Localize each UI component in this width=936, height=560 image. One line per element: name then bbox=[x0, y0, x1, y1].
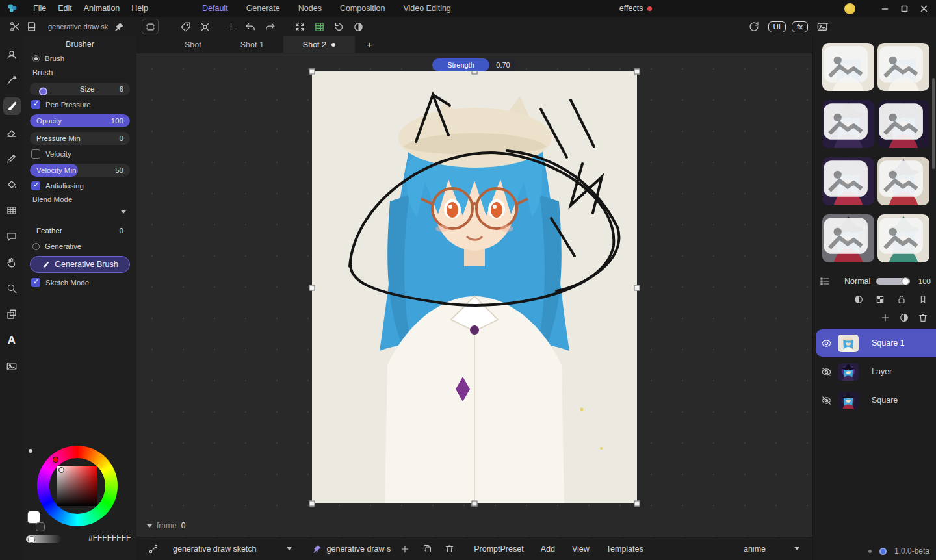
add-layer-icon[interactable] bbox=[879, 311, 892, 324]
add-node-icon[interactable] bbox=[222, 19, 239, 34]
velocity-min-slider[interactable]: Velocity Min 50 bbox=[30, 164, 130, 177]
image-frame-icon[interactable] bbox=[3, 357, 21, 375]
transform-handle[interactable] bbox=[309, 285, 315, 290]
crop-frame-button[interactable] bbox=[142, 19, 159, 34]
style-selector[interactable]: anime bbox=[744, 544, 800, 554]
fit-screen-icon[interactable] bbox=[291, 19, 308, 34]
fill-bucket-icon[interactable] bbox=[3, 175, 21, 193]
sync-icon[interactable] bbox=[746, 19, 762, 34]
grid-toggle-icon[interactable] bbox=[311, 19, 328, 34]
pen-pressure-checkbox[interactable] bbox=[31, 100, 40, 109]
user-avatar[interactable] bbox=[844, 3, 855, 14]
copy-icon[interactable] bbox=[419, 541, 435, 557]
delete-layer-icon[interactable] bbox=[916, 311, 930, 324]
transform-handle[interactable] bbox=[309, 69, 315, 75]
transform-handle[interactable] bbox=[634, 501, 640, 507]
speech-bubble-icon[interactable] bbox=[3, 227, 21, 245]
generated-thumbnail[interactable] bbox=[878, 214, 930, 262]
visibility-eye-off-icon[interactable] bbox=[818, 392, 834, 408]
size-slider[interactable]: Size 6 bbox=[30, 83, 130, 95]
zoom-icon[interactable] bbox=[3, 279, 21, 297]
bookmark-icon[interactable] bbox=[916, 293, 930, 306]
menu-edit[interactable]: Edit bbox=[52, 4, 78, 13]
mode-default[interactable]: Default bbox=[193, 4, 237, 13]
canvas-resize-icon[interactable] bbox=[3, 305, 21, 323]
sketch-preset-dropdown[interactable]: generative draw sketch bbox=[168, 542, 297, 555]
layer-row[interactable]: Square bbox=[816, 387, 936, 414]
feather-row[interactable]: Feather 0 bbox=[30, 224, 130, 237]
alpha-lock-icon[interactable] bbox=[874, 293, 887, 306]
velocity-checkbox[interactable] bbox=[31, 149, 40, 159]
pin-icon[interactable] bbox=[110, 19, 127, 34]
eraser-icon[interactable] bbox=[3, 123, 21, 141]
hex-color-value[interactable]: #FFFFFFFF bbox=[88, 533, 131, 542]
generated-thumbnail[interactable] bbox=[822, 100, 874, 148]
layer-row[interactable]: Layer bbox=[816, 358, 936, 385]
value-slider[interactable] bbox=[26, 535, 61, 543]
add-button[interactable]: Add bbox=[541, 544, 555, 554]
pencil-icon[interactable] bbox=[3, 149, 21, 167]
opacity-slider[interactable]: Opacity 100 bbox=[30, 114, 130, 127]
artwork-layer[interactable] bbox=[312, 71, 637, 503]
settings-gear-icon[interactable] bbox=[196, 19, 213, 34]
strength-slider[interactable]: Strength 0.70 bbox=[432, 58, 517, 71]
size-slider-knob[interactable] bbox=[39, 87, 47, 95]
layer-blend-mode[interactable]: Normal bbox=[837, 277, 871, 286]
generated-thumbnail[interactable] bbox=[878, 100, 930, 148]
lock-icon[interactable] bbox=[895, 293, 908, 306]
mode-nodes[interactable]: Nodes bbox=[289, 4, 331, 13]
tab-shot-2[interactable]: Shot 2 bbox=[283, 36, 355, 53]
mode-generate[interactable]: Generate bbox=[237, 4, 289, 13]
generated-thumbnail[interactable] bbox=[822, 157, 874, 205]
text-tool-icon[interactable]: A bbox=[3, 331, 21, 349]
undo-icon[interactable] bbox=[242, 19, 259, 34]
clipping-mask-icon[interactable] bbox=[852, 293, 865, 306]
scissors-icon[interactable] bbox=[6, 19, 23, 34]
layer-list-icon[interactable] bbox=[818, 275, 831, 288]
color-wheel[interactable] bbox=[37, 446, 118, 526]
adjustment-icon[interactable] bbox=[898, 311, 911, 324]
background-color-swatch[interactable] bbox=[36, 522, 45, 531]
ai-image-button[interactable] bbox=[814, 19, 831, 34]
antialiasing-checkbox[interactable] bbox=[31, 181, 40, 190]
transform-handle[interactable] bbox=[634, 285, 640, 290]
grid-table-icon[interactable] bbox=[3, 201, 21, 219]
sketch-mode-checkbox[interactable] bbox=[31, 278, 40, 287]
tag-icon[interactable] bbox=[177, 19, 194, 34]
curve-pen-icon[interactable] bbox=[3, 71, 21, 89]
timelapse-icon[interactable] bbox=[350, 19, 367, 34]
mode-composition[interactable]: Composition bbox=[331, 4, 394, 13]
redo-icon[interactable] bbox=[261, 19, 278, 34]
brush-radio-row[interactable]: Brush bbox=[32, 55, 127, 62]
foreground-color-swatch[interactable] bbox=[27, 511, 40, 524]
transform-handle[interactable] bbox=[309, 501, 315, 507]
minimize-button[interactable] bbox=[878, 2, 892, 15]
velocity-row[interactable]: Velocity bbox=[31, 149, 129, 159]
generated-thumbnail[interactable] bbox=[822, 214, 874, 262]
menu-animation[interactable]: Animation bbox=[78, 4, 126, 13]
trash-icon[interactable] bbox=[441, 541, 457, 557]
layer-opacity-slider[interactable] bbox=[876, 278, 910, 285]
saturation-value-square[interactable] bbox=[57, 466, 98, 506]
mode-video-editing[interactable]: Video Editing bbox=[394, 4, 460, 13]
generative-radio[interactable] bbox=[32, 243, 40, 250]
pressure-min-slider[interactable]: Pressure Min 0 bbox=[30, 132, 130, 145]
view-button[interactable]: View bbox=[572, 544, 590, 554]
node-link-icon[interactable] bbox=[146, 541, 161, 557]
brush-radio[interactable] bbox=[32, 55, 40, 62]
visibility-eye-icon[interactable] bbox=[818, 335, 834, 351]
sketch-mode-row[interactable]: Sketch Mode bbox=[31, 278, 129, 287]
layer-row[interactable]: Square 1 bbox=[816, 329, 936, 357]
hand-icon[interactable] bbox=[3, 253, 21, 271]
canvas-artwork[interactable] bbox=[312, 71, 637, 503]
tab-shot[interactable]: Shot bbox=[165, 36, 221, 53]
fx-button[interactable]: fx bbox=[792, 21, 808, 32]
close-button[interactable] bbox=[916, 2, 931, 15]
pinned-preset[interactable]: generative draw s bbox=[313, 544, 391, 554]
sv-marker[interactable] bbox=[58, 467, 64, 473]
menu-file[interactable]: File bbox=[27, 4, 52, 13]
generative-radio-row[interactable]: Generative bbox=[32, 242, 127, 250]
antialiasing-row[interactable]: Antialiasing bbox=[31, 181, 129, 190]
asset-library-icon[interactable] bbox=[23, 19, 40, 34]
hue-marker[interactable] bbox=[53, 457, 58, 463]
